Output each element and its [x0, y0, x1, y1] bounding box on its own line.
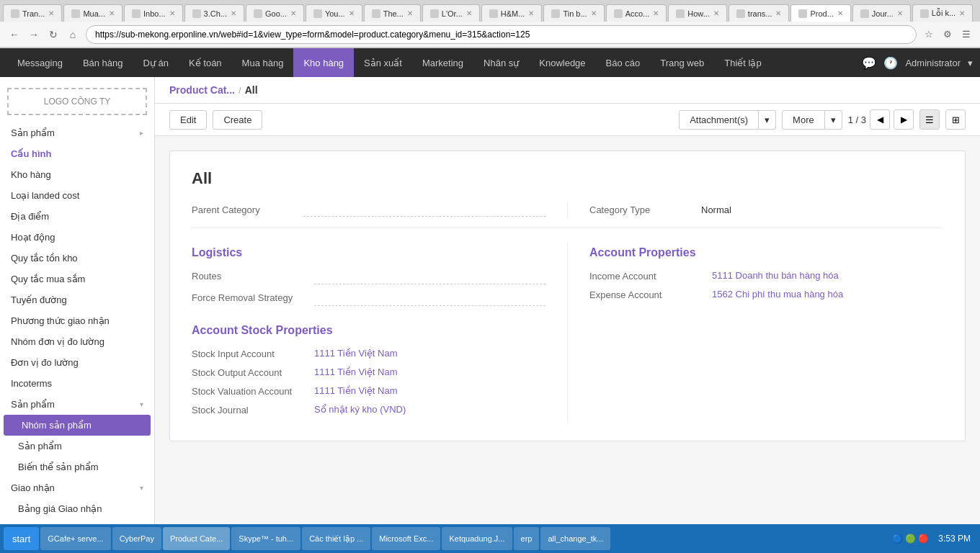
more-button[interactable]: More [782, 110, 825, 130]
stock-journal-value[interactable]: Sổ nhật ký kho (VND) [314, 404, 406, 415]
tab-close[interactable]: ✕ [290, 9, 296, 17]
sidebar-item-phuong-thuc[interactable]: Phương thức giao nhận [0, 310, 154, 331]
taskbar-cyberpay[interactable]: CyberPay [112, 527, 161, 550]
sidebar-item-nhom-san-pham[interactable]: Nhóm sản phẩm [4, 415, 151, 436]
breadcrumb-parent[interactable]: Product Cat... [169, 84, 235, 96]
tab-close[interactable]: ✕ [109, 9, 115, 17]
tab-prod[interactable]: Prod...✕ [790, 4, 850, 22]
tab-trans[interactable]: trans...✕ [729, 4, 790, 22]
home-button[interactable]: ⌂ [64, 26, 81, 43]
nav-bao-cao[interactable]: Báo cáo [596, 48, 651, 77]
admin-label[interactable]: Administrator [905, 58, 961, 68]
tab-hm[interactable]: H&M...✕ [481, 4, 543, 22]
sidebar-item-dia-diem[interactable]: Địa điểm [0, 206, 154, 227]
taskbar-gcafe[interactable]: GCafe+ serve... [40, 527, 110, 550]
nav-knowledge[interactable]: Knowledge [529, 48, 595, 77]
tab-close[interactable]: ✕ [897, 9, 903, 17]
tab-close[interactable]: ✕ [959, 9, 965, 17]
sidebar-item-san-pham-sub[interactable]: Sản phẩm [0, 436, 154, 457]
tab-loi[interactable]: Lỗi k...✕ [912, 4, 973, 22]
sidebar-item-giao-nhan[interactable]: Giao nhận ▾ [0, 477, 154, 498]
sidebar-item-bang-gia-giao-nhan[interactable]: Bảng giá Giao nhận [0, 498, 154, 519]
tab-close[interactable]: ✕ [349, 9, 355, 17]
nav-mua-hang[interactable]: Mua hàng [232, 48, 294, 77]
bookmark-icon[interactable]: ☆ [921, 27, 937, 42]
taskbar-cac-thiet-lap[interactable]: Các thiết lập ... [302, 527, 370, 550]
tab-mua[interactable]: Mua...✕ [63, 4, 122, 22]
kanban-view-button[interactable]: ⊞ [945, 109, 966, 130]
tab-close[interactable]: ✕ [407, 9, 413, 17]
tab-3ch[interactable]: 3.Ch...✕ [184, 4, 244, 22]
settings-icon[interactable]: ⚙ [940, 27, 956, 42]
sidebar-item-quy-tac-mua-sam[interactable]: Quy tắc mua sắm [0, 269, 154, 289]
nav-marketing[interactable]: Marketing [412, 48, 473, 77]
attachments-button[interactable]: Attachment(s) [679, 110, 759, 130]
tab-the[interactable]: The...✕ [364, 4, 421, 22]
taskbar-erp[interactable]: erp [514, 527, 540, 550]
more-dropdown[interactable]: ▾ [825, 110, 842, 130]
nav-thiet-lap[interactable]: Thiết lập [714, 48, 771, 77]
dropdown-icon[interactable]: ▾ [968, 58, 973, 68]
back-button[interactable]: ← [6, 26, 23, 43]
menu-icon[interactable]: ☰ [958, 27, 974, 42]
start-button[interactable]: start [4, 527, 39, 550]
url-input[interactable] [86, 25, 917, 44]
taskbar-all-change[interactable]: all_change_tk... [540, 527, 610, 550]
routes-value[interactable] [314, 270, 545, 284]
tab-tran[interactable]: Tran...✕ [3, 4, 62, 22]
tab-close[interactable]: ✕ [775, 9, 781, 17]
tab-close[interactable]: ✕ [231, 9, 236, 17]
chat-icon[interactable]: 💬 [862, 56, 876, 70]
forward-button[interactable]: → [25, 26, 43, 43]
tab-tin[interactable]: Tin b...✕ [543, 4, 604, 22]
tab-lor[interactable]: L'Or...✕ [422, 4, 480, 22]
prev-page-button[interactable]: ◀ [870, 109, 890, 130]
nav-san-xuat[interactable]: Sản xuất [354, 48, 412, 77]
nav-kho-hang[interactable]: Kho hàng [293, 48, 354, 77]
company-logo[interactable]: LOGO CÔNG TY [7, 88, 147, 115]
sidebar-item-bien-the[interactable]: Biến thể sản phẩm [0, 457, 154, 477]
tab-close[interactable]: ✕ [169, 9, 175, 17]
taskbar-microsoft-exc[interactable]: Microsoft Exc... [372, 527, 440, 550]
create-button[interactable]: Create [213, 110, 262, 130]
tab-acco[interactable]: Acco...✕ [606, 4, 667, 22]
nav-messaging[interactable]: Messaging [7, 48, 73, 77]
tab-close[interactable]: ✕ [528, 9, 534, 17]
tab-close[interactable]: ✕ [466, 9, 472, 17]
sidebar-item-hoat-dong[interactable]: Hoạt động [0, 227, 154, 248]
tab-close[interactable]: ✕ [837, 9, 843, 17]
nav-du-an[interactable]: Dự án [133, 48, 179, 77]
sidebar-item-tuyen-duong[interactable]: Tuyến đường [0, 289, 154, 310]
sidebar-item-kho-hang[interactable]: Kho hàng [0, 164, 154, 185]
sidebar-item-don-vi[interactable]: Đơn vị đo lường [0, 352, 154, 373]
attachments-dropdown[interactable]: ▾ [759, 110, 776, 130]
force-removal-value[interactable] [314, 292, 545, 306]
stock-input-value[interactable]: 1111 Tiền Việt Nam [314, 348, 397, 359]
sidebar-item-loai-landed[interactable]: Loại landed cost [0, 185, 154, 206]
edit-button[interactable]: Edit [169, 110, 207, 130]
taskbar-ketquadung[interactable]: Ketquadung.J... [442, 527, 512, 550]
nav-ban-hang[interactable]: Bán hàng [73, 48, 133, 77]
list-view-button[interactable]: ☰ [919, 109, 940, 130]
tab-goo[interactable]: Goo...✕ [246, 4, 304, 22]
sidebar-item-incoterms[interactable]: Incoterms [0, 373, 154, 394]
tab-close[interactable]: ✕ [591, 9, 597, 17]
sidebar-item-san-pham-top[interactable]: Sản phẩm ▸ [0, 122, 154, 143]
tab-inbo[interactable]: Inbo...✕ [124, 4, 183, 22]
sidebar-item-san-pham-expand[interactable]: Sản phẩm ▾ [0, 394, 154, 415]
tab-close[interactable]: ✕ [48, 9, 54, 17]
tab-jour[interactable]: Jour...✕ [852, 4, 911, 22]
next-page-button[interactable]: ▶ [894, 109, 914, 130]
taskbar-product-cate[interactable]: Product Cate... [163, 527, 230, 550]
tab-how[interactable]: How...✕ [668, 4, 727, 22]
expense-account-value[interactable]: 1562 Chi phí thu mua hàng hóa [712, 289, 843, 300]
taskbar-skype[interactable]: Skype™ - tuh... [231, 527, 300, 550]
tab-close[interactable]: ✕ [713, 9, 719, 17]
tab-close[interactable]: ✕ [653, 9, 659, 17]
sidebar-item-quy-tac-ton-kho[interactable]: Quy tắc tồn kho [0, 248, 154, 269]
activity-icon[interactable]: 🕐 [883, 56, 898, 70]
nav-nhan-su[interactable]: Nhân sự [473, 48, 529, 77]
tab-you[interactable]: You...✕ [306, 4, 362, 22]
parent-category-value[interactable] [303, 202, 545, 217]
nav-trang-web[interactable]: Trang web [650, 48, 714, 77]
